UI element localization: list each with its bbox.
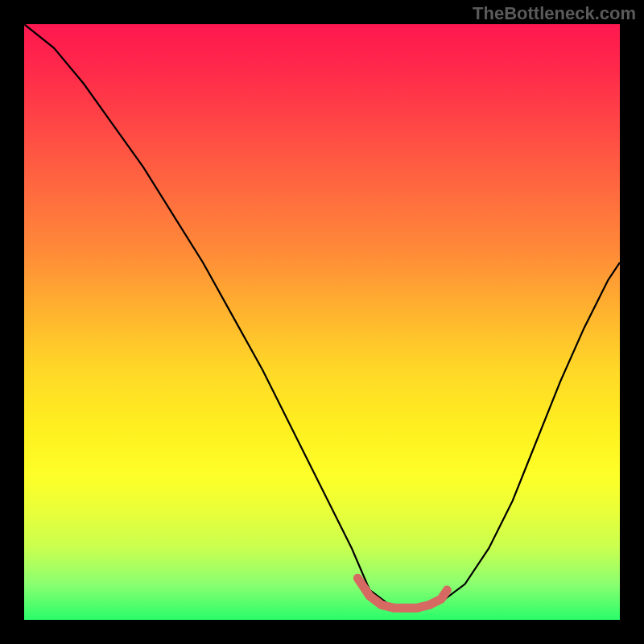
chart-plot-area	[24, 24, 620, 620]
bottleneck-curve-path	[24, 24, 620, 608]
optimal-range-highlight-path	[357, 578, 447, 608]
chart-svg	[24, 24, 620, 620]
watermark-text: TheBottleneck.com	[473, 3, 636, 24]
